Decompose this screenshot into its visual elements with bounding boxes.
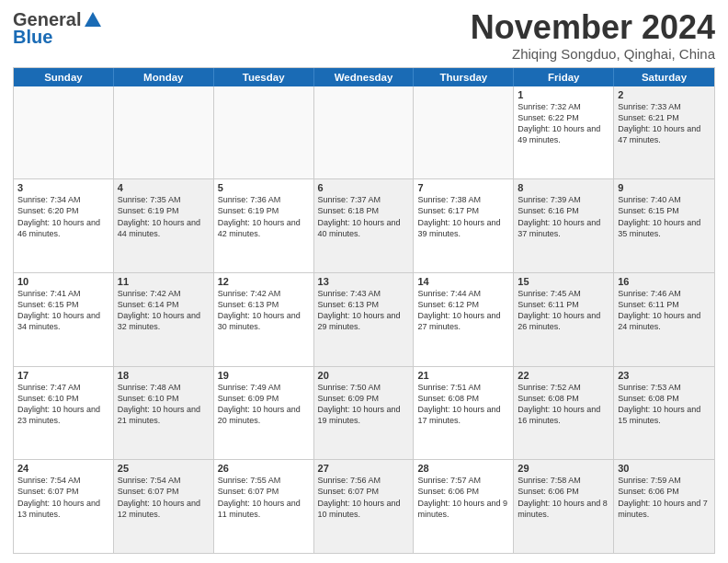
day-cell-14: 14Sunrise: 7:44 AM Sunset: 6:12 PM Dayli… xyxy=(414,273,514,366)
day-cell-9: 9Sunrise: 7:40 AM Sunset: 6:15 PM Daylig… xyxy=(614,179,714,272)
day-info-11: Sunrise: 7:42 AM Sunset: 6:14 PM Dayligh… xyxy=(118,288,210,333)
day-info-24: Sunrise: 7:54 AM Sunset: 6:07 PM Dayligh… xyxy=(17,475,109,520)
day-info-10: Sunrise: 7:41 AM Sunset: 6:15 PM Dayligh… xyxy=(17,288,109,333)
day-number-3: 3 xyxy=(17,182,109,193)
day-number-18: 18 xyxy=(118,370,210,381)
day-cell-10: 10Sunrise: 7:41 AM Sunset: 6:15 PM Dayli… xyxy=(14,273,114,366)
subtitle: Zhiqing Songduo, Qinghai, China xyxy=(471,46,715,62)
day-number-21: 21 xyxy=(417,370,509,381)
day-number-4: 4 xyxy=(118,182,210,193)
day-cell-15: 15Sunrise: 7:45 AM Sunset: 6:11 PM Dayli… xyxy=(514,273,614,366)
day-info-15: Sunrise: 7:45 AM Sunset: 6:11 PM Dayligh… xyxy=(518,288,609,333)
empty-cell-w1-d3 xyxy=(214,86,314,179)
day-cell-30: 30Sunrise: 7:59 AM Sunset: 6:06 PM Dayli… xyxy=(614,460,714,553)
day-number-9: 9 xyxy=(618,182,711,193)
day-info-8: Sunrise: 7:39 AM Sunset: 6:16 PM Dayligh… xyxy=(518,194,609,239)
day-info-5: Sunrise: 7:36 AM Sunset: 6:19 PM Dayligh… xyxy=(218,194,310,239)
day-info-13: Sunrise: 7:43 AM Sunset: 6:13 PM Dayligh… xyxy=(318,288,410,333)
day-cell-29: 29Sunrise: 7:58 AM Sunset: 6:06 PM Dayli… xyxy=(514,460,614,553)
day-number-11: 11 xyxy=(118,276,210,287)
logo: General Blue xyxy=(13,9,103,48)
day-info-17: Sunrise: 7:47 AM Sunset: 6:10 PM Dayligh… xyxy=(17,382,109,427)
day-info-7: Sunrise: 7:38 AM Sunset: 6:17 PM Dayligh… xyxy=(417,194,509,239)
month-title: November 2024 xyxy=(471,9,715,46)
day-number-14: 14 xyxy=(417,276,509,287)
day-number-24: 24 xyxy=(17,463,109,474)
day-info-9: Sunrise: 7:40 AM Sunset: 6:15 PM Dayligh… xyxy=(618,194,711,239)
empty-cell-w1-d4 xyxy=(314,86,415,179)
week-row-5: 24Sunrise: 7:54 AM Sunset: 6:07 PM Dayli… xyxy=(14,459,714,553)
header-saturday: Saturday xyxy=(614,68,714,86)
day-number-15: 15 xyxy=(518,276,609,287)
title-block: November 2024 Zhiqing Songduo, Qinghai, … xyxy=(471,9,715,62)
day-cell-7: 7Sunrise: 7:38 AM Sunset: 6:17 PM Daylig… xyxy=(414,179,514,272)
day-number-8: 8 xyxy=(518,182,609,193)
day-info-29: Sunrise: 7:58 AM Sunset: 6:06 PM Dayligh… xyxy=(518,475,609,520)
day-number-17: 17 xyxy=(17,370,109,381)
logo-blue: Blue xyxy=(13,27,52,48)
day-cell-19: 19Sunrise: 7:49 AM Sunset: 6:09 PM Dayli… xyxy=(214,367,314,460)
day-number-10: 10 xyxy=(17,276,109,287)
week-row-3: 10Sunrise: 7:41 AM Sunset: 6:15 PM Dayli… xyxy=(14,272,714,366)
day-cell-8: 8Sunrise: 7:39 AM Sunset: 6:16 PM Daylig… xyxy=(514,179,614,272)
day-number-5: 5 xyxy=(218,182,310,193)
day-info-22: Sunrise: 7:52 AM Sunset: 6:08 PM Dayligh… xyxy=(518,382,609,427)
day-cell-2: 2Sunrise: 7:33 AM Sunset: 6:21 PM Daylig… xyxy=(614,86,714,179)
day-cell-1: 1Sunrise: 7:32 AM Sunset: 6:22 PM Daylig… xyxy=(514,86,614,179)
day-cell-26: 26Sunrise: 7:55 AM Sunset: 6:07 PM Dayli… xyxy=(214,460,314,553)
svg-marker-0 xyxy=(85,12,101,27)
day-cell-3: 3Sunrise: 7:34 AM Sunset: 6:20 PM Daylig… xyxy=(14,179,114,272)
page: General Blue November 2024 Zhiqing Songd… xyxy=(0,0,728,563)
day-info-23: Sunrise: 7:53 AM Sunset: 6:08 PM Dayligh… xyxy=(618,382,711,427)
day-info-21: Sunrise: 7:51 AM Sunset: 6:08 PM Dayligh… xyxy=(417,382,509,427)
day-info-2: Sunrise: 7:33 AM Sunset: 6:21 PM Dayligh… xyxy=(618,101,711,146)
day-info-14: Sunrise: 7:44 AM Sunset: 6:12 PM Dayligh… xyxy=(417,288,509,333)
day-cell-23: 23Sunrise: 7:53 AM Sunset: 6:08 PM Dayli… xyxy=(614,367,714,460)
day-cell-24: 24Sunrise: 7:54 AM Sunset: 6:07 PM Dayli… xyxy=(14,460,114,553)
day-number-7: 7 xyxy=(417,182,509,193)
day-number-23: 23 xyxy=(618,370,711,381)
day-number-1: 1 xyxy=(518,89,609,100)
empty-cell-w1-d1 xyxy=(14,86,114,179)
day-number-20: 20 xyxy=(318,370,410,381)
day-number-26: 26 xyxy=(218,463,310,474)
header-thursday: Thursday xyxy=(414,68,514,86)
header: General Blue November 2024 Zhiqing Songd… xyxy=(13,9,715,62)
day-info-16: Sunrise: 7:46 AM Sunset: 6:11 PM Dayligh… xyxy=(618,288,711,333)
header-sunday: Sunday xyxy=(14,68,114,86)
day-info-6: Sunrise: 7:37 AM Sunset: 6:18 PM Dayligh… xyxy=(318,194,410,239)
calendar-body: 1Sunrise: 7:32 AM Sunset: 6:22 PM Daylig… xyxy=(14,86,714,553)
day-number-16: 16 xyxy=(618,276,711,287)
day-info-4: Sunrise: 7:35 AM Sunset: 6:19 PM Dayligh… xyxy=(118,194,210,239)
day-cell-16: 16Sunrise: 7:46 AM Sunset: 6:11 PM Dayli… xyxy=(614,273,714,366)
day-info-25: Sunrise: 7:54 AM Sunset: 6:07 PM Dayligh… xyxy=(118,475,210,520)
day-info-1: Sunrise: 7:32 AM Sunset: 6:22 PM Dayligh… xyxy=(518,101,609,146)
day-number-19: 19 xyxy=(218,370,310,381)
empty-cell-w1-d2 xyxy=(114,86,214,179)
logo-icon xyxy=(83,10,103,30)
day-cell-20: 20Sunrise: 7:50 AM Sunset: 6:09 PM Dayli… xyxy=(314,367,415,460)
day-info-3: Sunrise: 7:34 AM Sunset: 6:20 PM Dayligh… xyxy=(17,194,109,239)
day-number-6: 6 xyxy=(318,182,410,193)
day-cell-21: 21Sunrise: 7:51 AM Sunset: 6:08 PM Dayli… xyxy=(414,367,514,460)
day-cell-25: 25Sunrise: 7:54 AM Sunset: 6:07 PM Dayli… xyxy=(114,460,214,553)
day-number-13: 13 xyxy=(318,276,410,287)
day-number-28: 28 xyxy=(417,463,509,474)
day-cell-5: 5Sunrise: 7:36 AM Sunset: 6:19 PM Daylig… xyxy=(214,179,314,272)
day-number-29: 29 xyxy=(518,463,609,474)
day-cell-4: 4Sunrise: 7:35 AM Sunset: 6:19 PM Daylig… xyxy=(114,179,214,272)
day-cell-17: 17Sunrise: 7:47 AM Sunset: 6:10 PM Dayli… xyxy=(14,367,114,460)
day-info-28: Sunrise: 7:57 AM Sunset: 6:06 PM Dayligh… xyxy=(417,475,509,520)
empty-cell-w1-d5 xyxy=(414,86,514,179)
header-wednesday: Wednesday xyxy=(314,68,415,86)
day-cell-12: 12Sunrise: 7:42 AM Sunset: 6:13 PM Dayli… xyxy=(214,273,314,366)
header-friday: Friday xyxy=(514,68,614,86)
day-info-20: Sunrise: 7:50 AM Sunset: 6:09 PM Dayligh… xyxy=(318,382,410,427)
day-cell-27: 27Sunrise: 7:56 AM Sunset: 6:07 PM Dayli… xyxy=(314,460,415,553)
header-monday: Monday xyxy=(114,68,214,86)
day-info-12: Sunrise: 7:42 AM Sunset: 6:13 PM Dayligh… xyxy=(218,288,310,333)
week-row-4: 17Sunrise: 7:47 AM Sunset: 6:10 PM Dayli… xyxy=(14,366,714,460)
calendar: Sunday Monday Tuesday Wednesday Thursday… xyxy=(13,67,715,554)
header-tuesday: Tuesday xyxy=(214,68,314,86)
week-row-1: 1Sunrise: 7:32 AM Sunset: 6:22 PM Daylig… xyxy=(14,86,714,179)
